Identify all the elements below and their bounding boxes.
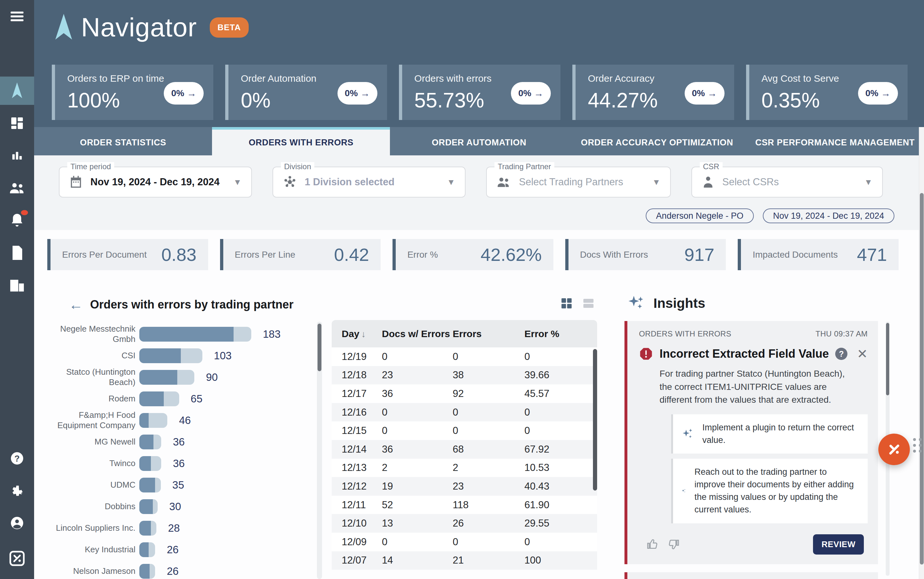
sidebar-item-account[interactable] (0, 509, 34, 537)
suggestion-item[interactable]: Reach out to the trading partner to impr… (671, 459, 868, 523)
sparkles-icon (682, 484, 686, 498)
time-period-filter[interactable]: Time period Nov 19, 2024 - Dec 19, 2024 … (59, 167, 252, 198)
cell-errors: 26 (453, 518, 524, 529)
tab[interactable]: ORDER ACCURACY OPTIMIZATION (568, 127, 746, 155)
sidebar-item-settings[interactable] (0, 477, 34, 505)
back-arrow-icon[interactable]: ← (69, 298, 83, 312)
bar-row[interactable]: Nelson Jameson 26 (47, 560, 305, 579)
table-row[interactable]: 12/15 0 0 0 (332, 421, 597, 440)
csr-filter[interactable]: CSR Select CSRs ▼ (692, 167, 883, 198)
kpi-row: Orders to ERP on time 100% 0% → Order Au… (52, 65, 908, 120)
stacked-bar (139, 564, 155, 579)
close-icon[interactable]: ✕ (857, 347, 868, 360)
table-row[interactable]: 12/18 23 38 39.66 (332, 366, 597, 385)
table-row[interactable]: 12/13 2 2 10.53 (332, 459, 597, 478)
chevron-down-icon[interactable]: ▼ (233, 177, 242, 187)
review-button[interactable]: REVIEW (813, 534, 864, 554)
page-scrollbar-thumb[interactable] (920, 193, 924, 564)
tab[interactable]: ORDER STATISTICS (34, 127, 212, 155)
bar-row[interactable]: Negele Messtechnik Gmbh 183 (47, 323, 305, 345)
chart-scrollbar[interactable] (317, 322, 322, 579)
cell-docs-with-errors: 0 (382, 425, 453, 437)
sidebar-item-company[interactable] (0, 271, 34, 299)
trading-partner-filter[interactable]: Trading Partner Select Trading Partners … (486, 167, 671, 198)
grid-view-icon[interactable] (560, 296, 573, 310)
column-header-errors[interactable]: Errors (453, 329, 524, 339)
sidebar-item-app-switch[interactable] (0, 544, 34, 572)
filter-chip[interactable]: Nov 19, 2024 - Dec 19, 2024 (763, 208, 895, 223)
insights-scrollbar-thumb[interactable] (886, 323, 889, 395)
bar-row[interactable]: CSI 103 (47, 345, 305, 366)
bar-row[interactable]: Dobbins 30 (47, 496, 305, 517)
sidebar-item-dashboard[interactable] (0, 109, 34, 137)
kpi-delta: 0% (345, 88, 358, 98)
kpi-trend-pill[interactable]: 0% → (164, 82, 204, 105)
tab[interactable]: ORDERS WITH ERRORS (212, 127, 390, 155)
bar-row[interactable]: Twinco 36 (47, 453, 305, 474)
table-row[interactable]: 12/16 0 0 0 (332, 403, 597, 422)
bar-row[interactable]: F&amp;H Food Equipment Company 46 (47, 409, 305, 431)
bar-row[interactable]: MG Newell 36 (47, 431, 305, 453)
bar-category-label: MG Newell (47, 437, 137, 447)
kpi-trend-pill[interactable]: 0% → (511, 82, 551, 105)
bar-row[interactable]: UDMC 35 (47, 474, 305, 496)
suggestion-item[interactable]: Implement a plugin to return the correct… (671, 414, 868, 453)
column-header-day[interactable]: Day↓ (332, 329, 382, 339)
help-icon[interactable]: ? (835, 348, 847, 360)
bar-row[interactable]: Lincoln Suppliers Inc. 28 (47, 517, 305, 539)
bar-row[interactable]: Rodem 65 (47, 388, 305, 409)
bar-category-label: Statco (Huntington Beach) (47, 367, 137, 387)
kpi-delta: 0% (692, 88, 705, 98)
cell-docs-with-errors: 2 (382, 462, 453, 473)
kpi-trend-pill[interactable]: 0% → (337, 82, 378, 105)
table-row[interactable]: 12/07 14 21 100 (332, 551, 597, 570)
chart-scrollbar-thumb[interactable] (317, 324, 321, 371)
thumbs-down-icon[interactable] (667, 538, 679, 550)
table-row[interactable]: 12/14 36 68 67.92 (332, 440, 597, 459)
list-view-icon[interactable] (582, 296, 595, 310)
sidebar-item-notifications[interactable] (0, 206, 34, 234)
page-scrollbar[interactable] (919, 127, 924, 579)
division-filter[interactable]: Division 1 Division selected ▼ (273, 167, 466, 198)
table-scrollbar[interactable] (593, 349, 597, 491)
assistant-floating-button[interactable] (878, 433, 910, 465)
table-row[interactable]: 12/11 52 118 61.90 (332, 496, 597, 514)
menu-icon[interactable] (0, 4, 34, 29)
chevron-down-icon[interactable]: ▼ (864, 177, 873, 187)
cell-error-pct: 0 (524, 425, 597, 437)
bar-value-label: 26 (167, 544, 178, 556)
column-header-error-pct[interactable]: Error % (524, 329, 597, 339)
chevron-down-icon[interactable]: ▼ (447, 177, 455, 187)
kpi-trend-pill[interactable]: 0% → (685, 82, 724, 105)
table-row[interactable]: 12/09 0 0 0 (332, 533, 597, 551)
help-icon: ? (10, 451, 25, 466)
division-hub-icon (283, 175, 297, 190)
drag-handle-icon[interactable] (913, 438, 922, 453)
bar-row[interactable]: Key Industrial 26 (47, 539, 305, 560)
kpi-trend-pill[interactable]: 0% → (858, 82, 898, 105)
tab-label: ORDER ACCURACY OPTIMIZATION (581, 138, 733, 148)
filter-chip[interactable]: Anderson Negele - PO (646, 208, 754, 223)
sidebar-item-people[interactable] (0, 174, 34, 202)
sidebar-item-documents[interactable] (0, 239, 34, 267)
cell-error-pct: 67.92 (524, 443, 597, 455)
table-row[interactable]: 12/12 19 23 40.43 (332, 477, 597, 496)
table-row[interactable]: 12/19 0 0 0 (332, 347, 597, 366)
cell-error-pct: 0 (524, 407, 597, 418)
table-row[interactable]: 12/17 36 92 45.57 (332, 384, 597, 403)
notifications-bell-icon (10, 213, 24, 228)
trend-arrow-icon: → (187, 88, 196, 99)
tab[interactable]: CSR PERFORMANCE MANAGEMENT (746, 127, 924, 155)
chevron-down-icon[interactable]: ▼ (652, 177, 661, 187)
table-row[interactable]: 12/10 13 26 29.55 (332, 514, 597, 533)
bar-row[interactable]: Statco (Huntington Beach) 90 (47, 366, 305, 388)
kpi-delta: 0% (865, 88, 878, 98)
sidebar-item-analytics[interactable] (0, 142, 34, 170)
thumbs-up-icon[interactable] (647, 538, 659, 550)
sidebar-item-help[interactable]: ? (0, 444, 34, 473)
kpi-delta: 0% (518, 88, 531, 98)
sort-desc-icon[interactable]: ↓ (361, 329, 366, 339)
tab[interactable]: ORDER AUTOMATION (390, 127, 568, 155)
sidebar-item-navigator[interactable] (0, 77, 34, 105)
column-header-docs[interactable]: Docs w/ Errors (382, 329, 453, 339)
